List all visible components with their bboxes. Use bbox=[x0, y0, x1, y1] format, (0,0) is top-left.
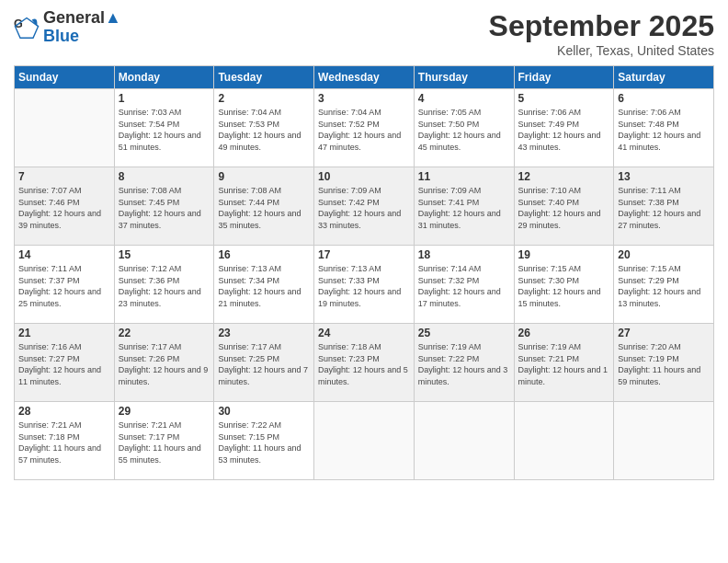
weekday-header-friday: Friday bbox=[514, 66, 614, 89]
day-number: 10 bbox=[318, 170, 410, 183]
day-info: Sunrise: 7:05 AMSunset: 7:50 PMDaylight:… bbox=[418, 107, 510, 153]
day-info: Sunrise: 7:17 AMSunset: 7:26 PMDaylight:… bbox=[119, 341, 210, 387]
day-number: 14 bbox=[18, 248, 110, 261]
day-info: Sunrise: 7:16 AMSunset: 7:27 PMDaylight:… bbox=[18, 341, 110, 387]
day-info: Sunrise: 7:15 AMSunset: 7:29 PMDaylight:… bbox=[618, 263, 710, 309]
weekday-header-sunday: Sunday bbox=[15, 66, 115, 89]
day-info: Sunrise: 7:19 AMSunset: 7:21 PMDaylight:… bbox=[518, 341, 610, 387]
calendar-week-3: 21Sunrise: 7:16 AMSunset: 7:27 PMDayligh… bbox=[15, 324, 714, 402]
weekday-header-row: SundayMondayTuesdayWednesdayThursdayFrid… bbox=[15, 66, 714, 89]
calendar-cell: 24Sunrise: 7:18 AMSunset: 7:23 PMDayligh… bbox=[314, 324, 415, 402]
calendar-cell: 18Sunrise: 7:14 AMSunset: 7:32 PMDayligh… bbox=[414, 246, 514, 324]
calendar-cell bbox=[15, 89, 115, 167]
calendar-cell: 4Sunrise: 7:05 AMSunset: 7:50 PMDaylight… bbox=[414, 89, 514, 167]
calendar-week-4: 28Sunrise: 7:21 AMSunset: 7:18 PMDayligh… bbox=[15, 402, 714, 480]
day-info: Sunrise: 7:14 AMSunset: 7:32 PMDaylight:… bbox=[418, 263, 510, 309]
calendar-cell: 14Sunrise: 7:11 AMSunset: 7:37 PMDayligh… bbox=[15, 246, 115, 324]
calendar-cell: 9Sunrise: 7:08 AMSunset: 7:44 PMDaylight… bbox=[214, 167, 314, 246]
day-info: Sunrise: 7:22 AMSunset: 7:15 PMDaylight:… bbox=[218, 419, 310, 465]
day-number: 30 bbox=[218, 405, 310, 418]
day-number: 21 bbox=[18, 327, 110, 339]
calendar-cell: 2Sunrise: 7:04 AMSunset: 7:53 PMDaylight… bbox=[214, 89, 314, 167]
day-number: 15 bbox=[119, 248, 210, 261]
day-number: 19 bbox=[518, 248, 610, 261]
calendar-cell: 29Sunrise: 7:21 AMSunset: 7:17 PMDayligh… bbox=[114, 402, 214, 480]
calendar-cell: 15Sunrise: 7:12 AMSunset: 7:36 PMDayligh… bbox=[114, 246, 214, 324]
day-info: Sunrise: 7:18 AMSunset: 7:23 PMDaylight:… bbox=[318, 341, 410, 387]
day-number: 18 bbox=[418, 248, 510, 261]
location: Keller, Texas, United States bbox=[489, 43, 714, 58]
calendar-cell: 17Sunrise: 7:13 AMSunset: 7:33 PMDayligh… bbox=[314, 246, 415, 324]
day-info: Sunrise: 7:04 AMSunset: 7:52 PMDaylight:… bbox=[318, 107, 410, 153]
calendar-cell: 12Sunrise: 7:10 AMSunset: 7:40 PMDayligh… bbox=[514, 167, 614, 246]
calendar-cell: 6Sunrise: 7:06 AMSunset: 7:48 PMDaylight… bbox=[614, 89, 714, 167]
day-info: Sunrise: 7:03 AMSunset: 7:54 PMDaylight:… bbox=[119, 107, 210, 153]
calendar-cell: 11Sunrise: 7:09 AMSunset: 7:41 PMDayligh… bbox=[414, 167, 514, 246]
day-info: Sunrise: 7:11 AMSunset: 7:38 PMDaylight:… bbox=[618, 185, 710, 231]
calendar-cell bbox=[614, 402, 714, 480]
calendar-cell: 22Sunrise: 7:17 AMSunset: 7:26 PMDayligh… bbox=[114, 324, 214, 402]
day-info: Sunrise: 7:21 AMSunset: 7:17 PMDaylight:… bbox=[119, 419, 210, 465]
calendar-cell: 16Sunrise: 7:13 AMSunset: 7:34 PMDayligh… bbox=[214, 246, 314, 324]
weekday-header-wednesday: Wednesday bbox=[314, 66, 415, 89]
day-number: 12 bbox=[518, 170, 610, 183]
day-number: 7 bbox=[18, 170, 110, 183]
calendar-cell: 5Sunrise: 7:06 AMSunset: 7:49 PMDaylight… bbox=[514, 89, 614, 167]
day-number: 11 bbox=[418, 170, 510, 183]
day-info: Sunrise: 7:20 AMSunset: 7:19 PMDaylight:… bbox=[618, 341, 710, 387]
calendar-cell bbox=[414, 402, 514, 480]
day-info: Sunrise: 7:17 AMSunset: 7:25 PMDaylight:… bbox=[218, 341, 310, 387]
weekday-header-tuesday: Tuesday bbox=[214, 66, 314, 89]
calendar-cell: 20Sunrise: 7:15 AMSunset: 7:29 PMDayligh… bbox=[614, 246, 714, 324]
day-info: Sunrise: 7:04 AMSunset: 7:53 PMDaylight:… bbox=[218, 107, 310, 153]
calendar-cell: 30Sunrise: 7:22 AMSunset: 7:15 PMDayligh… bbox=[214, 402, 314, 480]
page: G General▲ Blue September 2025 Keller, T… bbox=[0, 0, 728, 563]
day-info: Sunrise: 7:08 AMSunset: 7:45 PMDaylight:… bbox=[119, 185, 210, 231]
calendar-cell: 21Sunrise: 7:16 AMSunset: 7:27 PMDayligh… bbox=[15, 324, 115, 402]
day-number: 26 bbox=[518, 327, 610, 339]
calendar-cell: 10Sunrise: 7:09 AMSunset: 7:42 PMDayligh… bbox=[314, 167, 415, 246]
calendar-cell: 27Sunrise: 7:20 AMSunset: 7:19 PMDayligh… bbox=[614, 324, 714, 402]
logo: G General▲ Blue bbox=[14, 9, 121, 46]
day-number: 4 bbox=[418, 92, 510, 105]
day-number: 9 bbox=[218, 170, 310, 183]
day-number: 13 bbox=[618, 170, 710, 183]
day-number: 29 bbox=[119, 405, 210, 418]
day-info: Sunrise: 7:19 AMSunset: 7:22 PMDaylight:… bbox=[418, 341, 510, 387]
day-number: 5 bbox=[518, 92, 610, 105]
weekday-header-thursday: Thursday bbox=[414, 66, 514, 89]
day-number: 22 bbox=[119, 327, 210, 339]
weekday-header-saturday: Saturday bbox=[614, 66, 714, 89]
day-number: 20 bbox=[618, 248, 710, 261]
day-info: Sunrise: 7:06 AMSunset: 7:49 PMDaylight:… bbox=[518, 107, 610, 153]
day-number: 23 bbox=[218, 327, 310, 339]
calendar-cell: 19Sunrise: 7:15 AMSunset: 7:30 PMDayligh… bbox=[514, 246, 614, 324]
day-info: Sunrise: 7:11 AMSunset: 7:37 PMDaylight:… bbox=[18, 263, 110, 309]
day-info: Sunrise: 7:07 AMSunset: 7:46 PMDaylight:… bbox=[18, 185, 110, 231]
calendar-cell bbox=[514, 402, 614, 480]
calendar-week-2: 14Sunrise: 7:11 AMSunset: 7:37 PMDayligh… bbox=[15, 246, 714, 324]
day-number: 1 bbox=[119, 92, 210, 105]
day-number: 2 bbox=[218, 92, 310, 105]
calendar-cell: 28Sunrise: 7:21 AMSunset: 7:18 PMDayligh… bbox=[15, 402, 115, 480]
day-info: Sunrise: 7:10 AMSunset: 7:40 PMDaylight:… bbox=[518, 185, 610, 231]
day-info: Sunrise: 7:08 AMSunset: 7:44 PMDaylight:… bbox=[218, 185, 310, 231]
day-info: Sunrise: 7:21 AMSunset: 7:18 PMDaylight:… bbox=[18, 419, 110, 465]
day-number: 17 bbox=[318, 248, 410, 261]
day-number: 6 bbox=[618, 92, 710, 105]
calendar-week-1: 7Sunrise: 7:07 AMSunset: 7:46 PMDaylight… bbox=[15, 167, 714, 246]
calendar-cell: 7Sunrise: 7:07 AMSunset: 7:46 PMDaylight… bbox=[15, 167, 115, 246]
calendar-cell: 1Sunrise: 7:03 AMSunset: 7:54 PMDaylight… bbox=[114, 89, 214, 167]
calendar-cell: 13Sunrise: 7:11 AMSunset: 7:38 PMDayligh… bbox=[614, 167, 714, 246]
header: G General▲ Blue September 2025 Keller, T… bbox=[14, 9, 714, 58]
day-info: Sunrise: 7:06 AMSunset: 7:48 PMDaylight:… bbox=[618, 107, 710, 153]
title-block: September 2025 Keller, Texas, United Sta… bbox=[489, 9, 714, 58]
day-info: Sunrise: 7:09 AMSunset: 7:41 PMDaylight:… bbox=[418, 185, 510, 231]
day-number: 28 bbox=[18, 405, 110, 418]
calendar-cell: 8Sunrise: 7:08 AMSunset: 7:45 PMDaylight… bbox=[114, 167, 214, 246]
day-number: 24 bbox=[318, 327, 410, 339]
month-title: September 2025 bbox=[489, 9, 714, 43]
calendar-cell: 3Sunrise: 7:04 AMSunset: 7:52 PMDaylight… bbox=[314, 89, 415, 167]
calendar-cell: 26Sunrise: 7:19 AMSunset: 7:21 PMDayligh… bbox=[514, 324, 614, 402]
day-info: Sunrise: 7:13 AMSunset: 7:33 PMDaylight:… bbox=[318, 263, 410, 309]
